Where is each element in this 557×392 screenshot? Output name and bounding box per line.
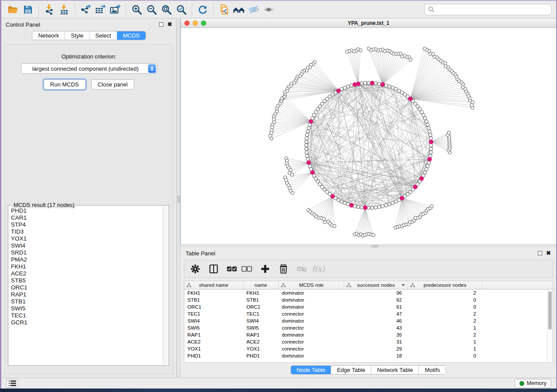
float-table-panel-icon[interactable] [538, 251, 542, 255]
cell-successor_nodes[interactable]: 47 [344, 311, 408, 316]
table-row[interactable]: TEC1TEC1connector472 [184, 310, 553, 317]
vertical-split-divider[interactable] [176, 19, 180, 378]
cell-predecessor_nodes[interactable]: 0 [408, 304, 482, 309]
cell-shared_name[interactable]: ACE2 [184, 339, 243, 344]
cell-successor_nodes[interactable]: 31 [344, 339, 408, 344]
zoom-selected-icon[interactable] [174, 3, 189, 16]
cell-mcds_role[interactable]: dominator [279, 318, 344, 323]
table-row[interactable]: FKH1FKH1dominator962 [184, 289, 553, 296]
column-header-successor-nodes[interactable]: successor nodes [344, 281, 408, 289]
cell-mcds_role[interactable]: dominator [279, 353, 344, 358]
save-session-icon[interactable] [21, 3, 35, 16]
mcds-result-item[interactable]: ORC1 [11, 284, 162, 291]
cell-predecessor_nodes[interactable]: 1 [408, 346, 482, 351]
export-table-icon[interactable] [93, 3, 108, 16]
zoom-in-icon[interactable] [129, 3, 144, 16]
tab-network[interactable]: Network [32, 31, 65, 40]
cell-successor_nodes[interactable]: 61 [344, 304, 408, 309]
cell-name[interactable]: PHD1 [243, 353, 279, 358]
cell-shared_name[interactable]: YOX1 [184, 346, 243, 351]
table-row[interactable]: SWI4SWI4dominator462 [184, 317, 553, 324]
cell-mcds_role[interactable]: connector [279, 325, 344, 330]
settings-icon[interactable] [189, 262, 202, 275]
cell-shared_name[interactable]: FKH1 [184, 290, 243, 296]
close-table-panel-icon[interactable]: ✖ [546, 251, 551, 255]
split-view-icon[interactable] [207, 262, 220, 275]
refresh-layout-icon[interactable] [195, 3, 210, 16]
table-row[interactable]: SWI5SWI5connector431 [184, 324, 553, 331]
network-window-titlebar[interactable]: YPA_prune.txt_1 [181, 19, 556, 28]
cell-mcds_role[interactable]: dominator [279, 332, 344, 337]
horizontal-split-divider[interactable] [180, 244, 556, 248]
cell-successor_nodes[interactable]: 29 [344, 346, 408, 351]
cell-successor_nodes[interactable]: 35 [344, 332, 408, 337]
tab-motifs[interactable]: Motifs [419, 366, 446, 374]
cell-mcds_role[interactable]: dominator [279, 297, 344, 303]
cell-mcds_role[interactable]: connector [279, 346, 344, 351]
column-header-predecessor-nodes[interactable]: predecessor nodes [408, 281, 482, 289]
memory-button[interactable]: Memory [515, 379, 551, 388]
cell-shared_name[interactable]: ORC1 [184, 304, 243, 309]
deselect-all-icon[interactable] [240, 262, 253, 275]
vertical-split-handle[interactable] [177, 196, 180, 203]
mcds-result-list[interactable]: PHD1CAR1STP4TID3YOX1SWI4SRD1PMA2FKH1ACE2… [11, 207, 162, 364]
tab-node-table[interactable]: Node Table [291, 366, 332, 374]
cell-predecessor_nodes[interactable]: 2 [408, 332, 482, 337]
table-scrollbar[interactable] [547, 290, 552, 362]
cell-name[interactable]: SWI5 [243, 325, 279, 330]
run-mcds-button[interactable]: Run MCDS [44, 79, 86, 89]
close-panel-icon[interactable]: ✖ [167, 22, 172, 27]
cell-predecessor_nodes[interactable]: 2 [408, 318, 482, 323]
cell-name[interactable]: TEC1 [243, 311, 279, 316]
hide-selected-icon[interactable] [246, 3, 261, 16]
criterion-dropdown[interactable]: largest connected component (undirected) [21, 63, 157, 74]
export-network-icon[interactable] [78, 3, 93, 16]
mcds-result-item[interactable]: TID3 [11, 228, 162, 235]
show-all-icon[interactable] [261, 3, 276, 16]
float-panel-icon[interactable] [159, 22, 163, 27]
mcds-result-item[interactable]: SWI4 [11, 242, 162, 249]
cell-mcds_role[interactable]: connector [279, 311, 344, 316]
cell-successor_nodes[interactable]: 62 [344, 297, 408, 303]
cell-predecessor_nodes[interactable]: 1 [408, 339, 482, 344]
cell-name[interactable]: FKH1 [243, 290, 279, 296]
table-row[interactable]: ORC1ORC1dominator610 [184, 303, 553, 310]
cell-predecessor_nodes[interactable]: 2 [408, 311, 482, 316]
cell-name[interactable]: YOX1 [243, 346, 279, 351]
cell-shared_name[interactable]: RAP1 [184, 332, 243, 337]
mcds-result-item[interactable]: SWI5 [11, 305, 162, 312]
table-row[interactable]: RAP1RAP1dominator352 [184, 331, 553, 338]
export-image-icon[interactable] [108, 3, 123, 16]
cell-successor_nodes[interactable]: 96 [344, 290, 408, 296]
mcds-result-item[interactable]: STP4 [11, 221, 162, 228]
delete-column-icon[interactable] [277, 262, 290, 275]
mcds-list-scrollbar[interactable] [163, 206, 168, 364]
cell-successor_nodes[interactable]: 43 [344, 325, 408, 330]
import-table-icon[interactable] [57, 3, 72, 16]
select-all-icon[interactable] [225, 262, 239, 275]
cell-shared_name[interactable]: PHD1 [184, 353, 243, 358]
table-row[interactable]: YOX1YOX1connector291 [184, 345, 553, 352]
tab-mcds[interactable]: MCDS [117, 31, 145, 40]
mcds-result-item[interactable]: STB1 [11, 298, 162, 305]
table-row[interactable]: PHD1PHD1dominator180 [184, 352, 553, 359]
search-box[interactable] [424, 4, 552, 15]
cell-shared_name[interactable]: TEC1 [184, 311, 243, 316]
cell-predecessor_nodes[interactable]: 1 [408, 325, 482, 330]
tab-style[interactable]: Style [65, 31, 90, 40]
close-panel-button[interactable]: Close panel [91, 79, 135, 89]
network-canvas[interactable] [181, 28, 556, 244]
cell-mcds_role[interactable]: dominator [279, 290, 344, 296]
cell-shared_name[interactable]: SWI4 [184, 318, 243, 323]
add-column-icon[interactable] [259, 262, 272, 275]
tab-select[interactable]: Select [90, 31, 117, 40]
open-file-icon[interactable] [6, 3, 21, 16]
task-history-button[interactable] [6, 379, 18, 388]
mcds-result-item[interactable]: PMA2 [11, 256, 162, 263]
first-neighbors-icon[interactable] [232, 3, 246, 16]
table-row[interactable]: STB1STB1dominator620 [184, 296, 553, 303]
table-scrollbar-thumb[interactable] [548, 291, 552, 330]
cell-successor_nodes[interactable]: 46 [344, 318, 408, 323]
cell-name[interactable]: STB1 [243, 297, 279, 303]
cell-name[interactable]: ORC1 [243, 304, 279, 309]
